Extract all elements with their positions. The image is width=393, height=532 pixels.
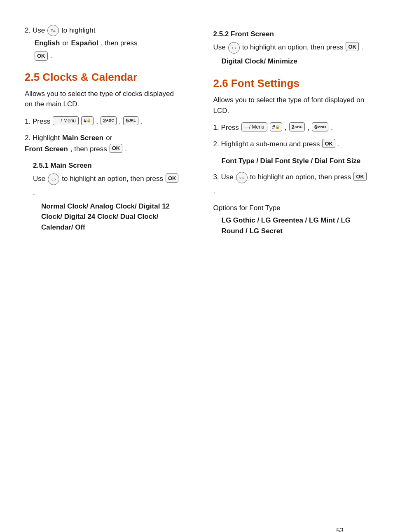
- key-2abc-font: 2ABC: [289, 122, 305, 131]
- font-desc: Allows you to select the type of font di…: [213, 95, 369, 116]
- sub251-to-highlight: to highlight an option, then press: [62, 173, 163, 184]
- then-text: , then press: [101, 38, 138, 49]
- font-step1-prefix: 1. Press: [213, 122, 239, 133]
- or-text: or: [62, 38, 68, 49]
- english-label: English: [35, 38, 60, 49]
- ok-key-font-step2: OK: [322, 139, 335, 148]
- font-step3: 3. Use ▿▵ to highlight an option, then p…: [213, 172, 369, 197]
- updown-nav-font: ▿▵: [236, 172, 248, 183]
- menu-button-icon: —/ Menu: [53, 116, 79, 125]
- sub251-options: Normal Clock/ Analog Clock/ Digital 12 C…: [41, 201, 180, 233]
- leftright-nav-251: ‹ ›: [48, 173, 59, 185]
- sub252-title: 2.5.2 Front Screen: [213, 29, 369, 40]
- left-column: 2. Use ▿▵ to highlight English or Españo…: [25, 25, 188, 237]
- ok-key-step2: OK: [110, 144, 123, 153]
- clocks-step2-text: 2. Highlight: [25, 133, 60, 143]
- sub252-content: Use ‹ › to highlight an option, then pre…: [213, 42, 369, 67]
- font-step3-prefix: 3. Use: [213, 172, 234, 183]
- page-number: 53: [336, 526, 344, 532]
- section-clocks: 2.5 Clocks & Calendar Allows you to sele…: [25, 69, 180, 233]
- font-step1: 1. Press —/ Menu #🔒 , 2ABC , 6MNO .: [213, 122, 369, 133]
- clocks-step2: 2. Highlight Main Screen or Front Screen…: [25, 133, 180, 155]
- ok-key-font-step3: OK: [353, 172, 367, 181]
- ok-key-252: OK: [346, 42, 359, 51]
- menu-button-icon-font: —/ Menu: [241, 122, 267, 131]
- options-for-label: Options for Font Type: [213, 203, 369, 213]
- font-step2: 2. Highlight a sub-menu and press OK .: [213, 139, 369, 150]
- clocks-step1: 1. Press —/ Menu #🔒 , 2ABC , 5JKL .: [25, 116, 180, 127]
- sub252-use: Use: [213, 42, 226, 53]
- clocks-desc: Allows you to select the type of clocks …: [25, 89, 180, 110]
- sub251-content: Use ‹ › to highlight an option, then pre…: [33, 173, 180, 232]
- font-submenu-options: Font Type / Dial Font Style / Dial Font …: [222, 156, 369, 166]
- clocks-title: 2.5 Clocks & Calendar: [25, 69, 180, 85]
- or2: or: [106, 133, 112, 143]
- key-6mno: 6MNO: [312, 122, 328, 131]
- sub252-options: Digital Clock/ Minimize: [222, 56, 369, 67]
- section-font: 2.6 Font Settings Allows you to select t…: [213, 75, 369, 237]
- ok-key-intro: OK: [35, 52, 48, 61]
- main-screen-label: Main Screen: [62, 133, 103, 143]
- hash-key: #🔒: [81, 116, 94, 125]
- key-2abc: 2ABC: [101, 116, 117, 125]
- intro-step-2: 2. Use ▿▵ to highlight English or Españo…: [25, 25, 180, 61]
- sub251-use: Use: [33, 173, 45, 184]
- step2-prefix: 2. Use: [25, 25, 45, 36]
- front-screen-label: Front Screen: [25, 144, 68, 155]
- font-title: 2.6 Font Settings: [213, 75, 369, 91]
- right-column: 2.5.2 Front Screen Use ‹ › to highlight …: [205, 25, 369, 237]
- font-options-values: LG Gothic / LG Greentea / LG Mint / LG R…: [222, 215, 369, 237]
- sub251-title: 2.5.1 Main Screen: [33, 160, 180, 171]
- sub252-to-highlight: to highlight an option, then press: [242, 42, 344, 53]
- key-5jkl: 5JKL: [123, 116, 138, 125]
- clocks-step1-prefix: 1. Press: [25, 116, 50, 127]
- font-step2-text: 2. Highlight a sub-menu and press: [213, 139, 320, 150]
- font-options-block: Options for Font Type LG Gothic / LG Gre…: [213, 203, 369, 237]
- font-step3-to: to highlight an option, then press: [250, 172, 351, 183]
- ok-key-251: OK: [166, 173, 179, 183]
- updown-nav-icon: ▿▵: [47, 25, 59, 36]
- leftright-nav-252: ‹ ›: [228, 42, 240, 54]
- clocks-step2-then: , then press: [70, 144, 107, 155]
- sub251: 2.5.1 Main Screen Use ‹ › to highlight a…: [25, 160, 180, 232]
- sub252: 2.5.2 Front Screen Use ‹ › to highlight …: [213, 29, 369, 67]
- step2-highlight-text: to highlight: [61, 25, 95, 36]
- hash-key-font: #🔒: [270, 122, 282, 131]
- espanol-label: Español: [71, 38, 98, 49]
